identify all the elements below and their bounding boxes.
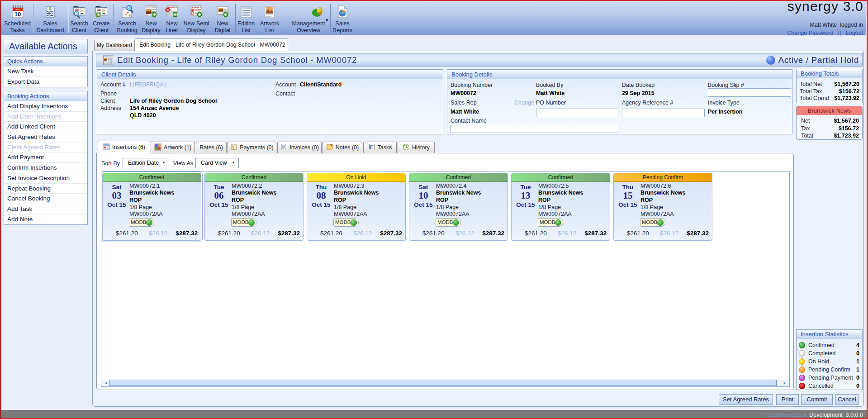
svg-text:10: 10	[14, 11, 20, 18]
svg-text:$: $	[49, 6, 51, 11]
